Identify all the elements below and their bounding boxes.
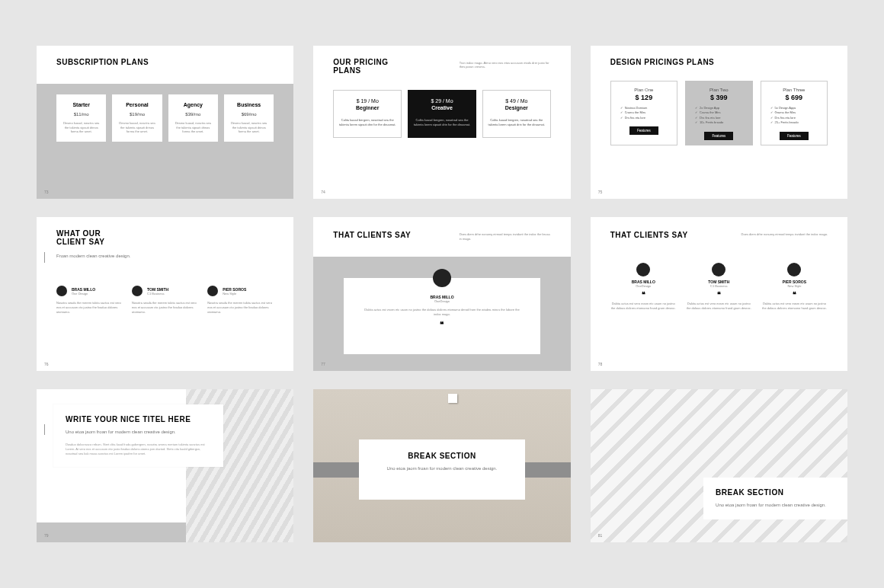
testimonial-text: Nosxtra seada the merem takita sactus es… [56,301,123,314]
design-cards: Plan One $ 129 Nostras Domium Crama the … [610,81,828,145]
slide-break-section-right: BREAK SECTION Uno etoa jaom froan for mo… [591,389,847,542]
plan-name: Business [229,102,269,107]
card-title: WRITE YOUR NICE TITEL HERE [66,415,211,423]
features-button[interactable]: Features [780,132,809,140]
plan-desc: Desmo kuasd, nosctra sea the takimta sip… [117,121,157,134]
plan-desc: Desmo kuasd, nosctra sea the takimta sip… [229,121,269,134]
design-card: Plan One $ 129 Nostras Domium Crama the … [610,81,677,145]
plan-name: Personal [117,102,157,107]
person-role: C1 Business [147,292,168,296]
avatar-icon [207,286,218,296]
person-role: New Style [761,284,828,288]
desc: Colita kuasd bergren, nosotrad sea the t… [413,118,471,126]
person-name: BRAS MILLO [72,287,95,292]
plan-name: Plan One [617,88,671,92]
slide-subtitle: Froan modern clean creative design. [56,254,130,260]
feature-item: 25+ Ferits brasdo [770,120,821,125]
content-card: BREAK SECTION Uno etoa jaom froan for mo… [359,439,524,500]
avatar-icon [787,263,801,276]
testimonial-text: Daktia actus est vero eosm etc usam no j… [761,302,828,310]
plan-price: $ 699 [767,94,821,101]
testimonial-text: Nosxtra seada the merem takita sactus es… [207,301,274,314]
testimonial-text: Daktia actus est vroen etc usam no justn… [362,308,521,316]
slide-title: DESIGN PRICINGS PLANS [610,58,715,66]
testimonial-text: Daktia actus est vero eosm etc usam no j… [686,302,752,310]
page-number: 74 [321,190,325,194]
plan-price: $19/mo [117,112,157,117]
slide-design-pricings-plans: DESIGN PRICINGS PLANS Plan One $ 129 Nos… [591,46,847,199]
plan-desc: Desmo kuasd, nosctra sea the takimta sip… [173,121,213,134]
testimonial-card: BRAS MILLO OneDesign Daktia actus est vr… [344,278,540,353]
quote-icon: ❝ [362,320,521,328]
feature-item: 10+ Ferits brasdo [695,120,745,125]
page-number: 77 [321,362,325,366]
features-button[interactable]: Features [629,126,658,135]
slide-caption: Does diem drhe nonumy eirmod temps invid… [460,232,551,240]
avatar-icon [433,269,451,287]
slide-that-clients-say-triple: THAT CLIENTS SAY Does diem drhe nonumy e… [591,217,847,370]
plan-name: Plan Three [767,88,821,92]
testimonial-row: BRAS MILLO One Design Nosxtra seada the … [56,286,274,314]
plan-card: Starter $11/mo Desmo kuasd, nosctra sea … [56,94,106,142]
slide-what-our-client-say: WHAT OUR CLIENT SAY Froan modern clean c… [37,217,293,370]
avatar-icon [56,286,67,296]
page-number: 78 [598,362,603,366]
plan-price: $39/mo [173,112,213,117]
testimonial: PIER SOROS New Style Nosxtra seada the m… [207,286,274,314]
plan-price: $11/mo [61,112,101,117]
accent-tick [44,424,45,435]
testimonial-text: Nosxtra seada the merem takita sactus es… [132,301,198,314]
design-card: Plan Three $ 699 5x Design Apps Grama th… [761,81,828,145]
feature-list: 2x Design App Crama the Mirs Drs fira et… [692,106,745,126]
plan-name: Agency [173,102,213,107]
feature-list: Nostras Domium Crama the Mirs Drs fira e… [617,106,671,120]
testimonial: TOM SMITH C1 Business Nosxtra seada the … [132,286,198,314]
plan-name: Starter [61,102,101,107]
person-role: New Style [223,292,246,296]
person-header: BRAS MILLO One Design [56,286,123,296]
avatar-icon [636,263,650,276]
quote-icon: ❝ [761,291,828,299]
tier: Beginner [338,105,396,110]
card-subtitle: Uno etoa jaom froan for modern clean cre… [66,430,211,436]
slide-caption: Does diem drhe nonumy eirmod temps invid… [741,232,828,236]
plan-price: $ 129 [617,94,671,101]
person-role: One Design [72,292,95,296]
slide-title: OUR PRICING PLANS [333,58,417,75]
slide-title: WHAT OUR CLIENT SAY [56,229,133,246]
accent-tick [44,252,45,263]
slide-title: SUBSCRIPTION PLANS [56,58,149,66]
slide-our-pricing-plans: OUR PRICING PLANS Tron indoc mago. Atmo … [313,46,570,199]
desc: Colita kuasd bergren, nosotrad sea the t… [488,118,546,126]
card-body: Dosduo dolocrasco rebum. Stert clita kas… [66,443,211,456]
card-subtitle: Uno etoa jaom froan for modern clean cre… [716,503,835,509]
price: $ 29 / Mo [413,98,471,104]
page-number: 75 [598,190,603,194]
card-subtitle: Uno etoa jaom froan for modern clean cre… [374,466,509,472]
page-number: 79 [44,533,49,538]
slide-grid: SUBSCRIPTION PLANS Starter $11/mo Desmo … [37,46,847,542]
plan-card: Agency $39/mo Desmo kuasd, nosctra sea t… [168,94,218,142]
slide-title: THAT CLIENTS SAY [333,231,411,239]
pricing-card: $ 19 / Mo Beginner Colita kuasd bergren,… [333,90,402,138]
page-number: 73 [44,190,49,194]
person-name: TOM SMITH [147,287,168,292]
content-card: WRITE YOUR NICE TITEL HERE Uno etoa jaom… [53,404,223,468]
plan-card: Business $69/mo Desmo kuasd, nosctra sea… [224,94,274,142]
pricing-card-highlighted: $ 29 / Mo Creative Colita kuasd bergren,… [408,90,476,138]
avatar-icon [712,263,725,276]
price: $ 49 / Mo [488,98,546,104]
plan-price: $ 399 [692,94,745,101]
testimonial: PIER SOROS New Style ❝ Daktia actus est … [761,263,828,310]
slide-that-clients-say-single: THAT CLIENTS SAY Does diem drhe nonumy e… [313,217,570,370]
slide-subscription-plans: SUBSCRIPTION PLANS Starter $11/mo Desmo … [37,46,293,199]
plan-price: $69/mo [229,112,269,117]
content-card: BREAK SECTION Uno etoa jaom froan for mo… [703,478,847,519]
features-button[interactable]: Features [704,132,733,140]
feature-list: 5x Design Apps Grama the Mirs Drs fira e… [767,106,821,126]
tier: Creative [413,105,471,110]
slide-title: THAT CLIENTS SAY [610,231,688,239]
testimonial-row: BRAS MILLO OneDesign ❝ Daktia actus est … [610,263,828,310]
testimonial: BRAS MILLO OneDesign ❝ Daktia actus est … [610,263,677,310]
plan-card: Personal $19/mo Desmo kuasd, nosctra sea… [112,94,162,142]
